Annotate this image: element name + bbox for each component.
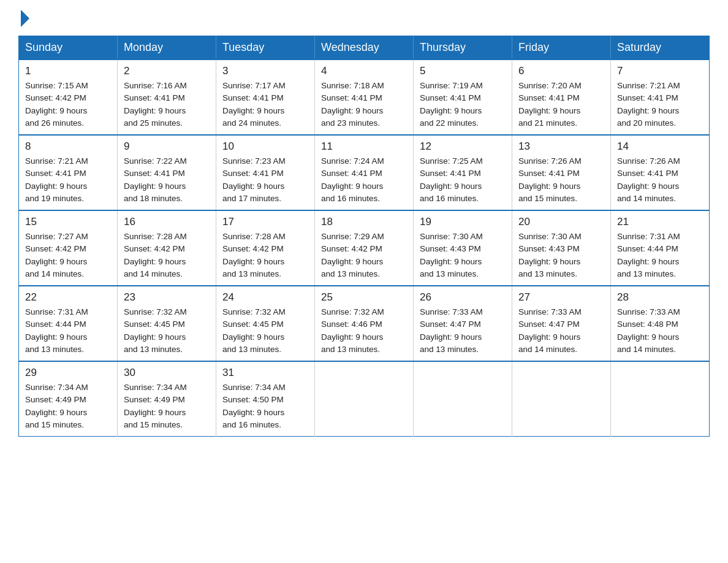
- calendar-week-row: 29 Sunrise: 7:34 AM Sunset: 4:49 PM Dayl…: [19, 361, 710, 437]
- calendar-day-cell: 15 Sunrise: 7:27 AM Sunset: 4:42 PM Dayl…: [19, 210, 118, 286]
- calendar-day-cell: 26 Sunrise: 7:33 AM Sunset: 4:47 PM Dayl…: [414, 286, 512, 361]
- calendar-day-cell: 16 Sunrise: 7:28 AM Sunset: 4:42 PM Dayl…: [118, 210, 216, 286]
- calendar-day-cell: 1 Sunrise: 7:15 AM Sunset: 4:42 PM Dayli…: [19, 59, 118, 135]
- day-number: 23: [124, 291, 210, 304]
- day-info: Sunrise: 7:26 AM Sunset: 4:41 PM Dayligh…: [617, 155, 703, 205]
- calendar-day-cell: 25 Sunrise: 7:32 AM Sunset: 4:46 PM Dayl…: [315, 286, 414, 361]
- day-info: Sunrise: 7:20 AM Sunset: 4:41 PM Dayligh…: [518, 80, 604, 129]
- day-number: 21: [617, 216, 703, 228]
- day-number: 9: [124, 140, 210, 153]
- day-number: 11: [321, 140, 407, 153]
- calendar-day-cell: 17 Sunrise: 7:28 AM Sunset: 4:42 PM Dayl…: [216, 210, 315, 286]
- calendar-day-cell: 13 Sunrise: 7:26 AM Sunset: 4:41 PM Dayl…: [512, 135, 611, 210]
- day-number: 4: [321, 65, 407, 77]
- day-number: 1: [25, 65, 111, 77]
- calendar-day-cell: 4 Sunrise: 7:18 AM Sunset: 4:41 PM Dayli…: [315, 59, 414, 135]
- calendar-day-cell: 31 Sunrise: 7:34 AM Sunset: 4:50 PM Dayl…: [216, 361, 315, 437]
- day-info: Sunrise: 7:15 AM Sunset: 4:42 PM Dayligh…: [25, 80, 111, 129]
- day-info: Sunrise: 7:30 AM Sunset: 4:43 PM Dayligh…: [420, 231, 506, 280]
- calendar-day-cell: 8 Sunrise: 7:21 AM Sunset: 4:41 PM Dayli…: [19, 135, 118, 210]
- calendar-day-cell: 11 Sunrise: 7:24 AM Sunset: 4:41 PM Dayl…: [315, 135, 414, 210]
- day-number: 29: [25, 367, 111, 379]
- day-info: Sunrise: 7:21 AM Sunset: 4:41 PM Dayligh…: [25, 155, 111, 205]
- calendar-header-row: SundayMondayTuesdayWednesdayThursdayFrid…: [19, 36, 710, 60]
- day-info: Sunrise: 7:34 AM Sunset: 4:50 PM Dayligh…: [222, 381, 308, 431]
- day-info: Sunrise: 7:34 AM Sunset: 4:49 PM Dayligh…: [25, 381, 111, 431]
- day-number: 3: [222, 65, 308, 77]
- day-info: Sunrise: 7:33 AM Sunset: 4:48 PM Dayligh…: [617, 306, 703, 356]
- calendar-table: SundayMondayTuesdayWednesdayThursdayFrid…: [18, 36, 710, 437]
- day-of-week-header: Friday: [512, 36, 611, 60]
- day-number: 7: [617, 65, 703, 77]
- day-number: 22: [25, 291, 111, 304]
- calendar-day-cell: 28 Sunrise: 7:33 AM Sunset: 4:48 PM Dayl…: [611, 286, 710, 361]
- calendar-day-cell: 20 Sunrise: 7:30 AM Sunset: 4:43 PM Dayl…: [512, 210, 611, 286]
- day-info: Sunrise: 7:21 AM Sunset: 4:41 PM Dayligh…: [617, 80, 703, 129]
- calendar-day-cell: 23 Sunrise: 7:32 AM Sunset: 4:45 PM Dayl…: [118, 286, 216, 361]
- calendar-day-cell: 30 Sunrise: 7:34 AM Sunset: 4:49 PM Dayl…: [118, 361, 216, 437]
- calendar-day-cell: 6 Sunrise: 7:20 AM Sunset: 4:41 PM Dayli…: [512, 59, 611, 135]
- day-of-week-header: Tuesday: [216, 36, 315, 60]
- calendar-day-cell: 9 Sunrise: 7:22 AM Sunset: 4:41 PM Dayli…: [118, 135, 216, 210]
- day-info: Sunrise: 7:29 AM Sunset: 4:42 PM Dayligh…: [321, 231, 407, 280]
- day-number: 13: [518, 140, 604, 153]
- day-of-week-header: Monday: [118, 36, 216, 60]
- day-number: 2: [124, 65, 210, 77]
- calendar-week-row: 22 Sunrise: 7:31 AM Sunset: 4:44 PM Dayl…: [19, 286, 710, 361]
- calendar-day-cell: [414, 361, 512, 437]
- calendar-day-cell: 7 Sunrise: 7:21 AM Sunset: 4:41 PM Dayli…: [611, 59, 710, 135]
- day-of-week-header: Thursday: [414, 36, 512, 60]
- calendar-week-row: 15 Sunrise: 7:27 AM Sunset: 4:42 PM Dayl…: [19, 210, 710, 286]
- day-number: 24: [222, 291, 308, 304]
- calendar-week-row: 1 Sunrise: 7:15 AM Sunset: 4:42 PM Dayli…: [19, 59, 710, 135]
- calendar-day-cell: 10 Sunrise: 7:23 AM Sunset: 4:41 PM Dayl…: [216, 135, 315, 210]
- day-info: Sunrise: 7:33 AM Sunset: 4:47 PM Dayligh…: [420, 306, 506, 356]
- calendar-day-cell: [512, 361, 611, 437]
- calendar-day-cell: 29 Sunrise: 7:34 AM Sunset: 4:49 PM Dayl…: [19, 361, 118, 437]
- calendar-day-cell: 12 Sunrise: 7:25 AM Sunset: 4:41 PM Dayl…: [414, 135, 512, 210]
- calendar-day-cell: [315, 361, 414, 437]
- day-number: 26: [420, 291, 506, 304]
- day-number: 16: [124, 216, 210, 228]
- day-of-week-header: Wednesday: [315, 36, 414, 60]
- day-info: Sunrise: 7:22 AM Sunset: 4:41 PM Dayligh…: [124, 155, 210, 205]
- day-number: 27: [518, 291, 604, 304]
- day-info: Sunrise: 7:32 AM Sunset: 4:45 PM Dayligh…: [124, 306, 210, 356]
- day-info: Sunrise: 7:25 AM Sunset: 4:41 PM Dayligh…: [420, 155, 506, 205]
- day-number: 6: [518, 65, 604, 77]
- day-number: 19: [420, 216, 506, 228]
- calendar-day-cell: 18 Sunrise: 7:29 AM Sunset: 4:42 PM Dayl…: [315, 210, 414, 286]
- day-info: Sunrise: 7:31 AM Sunset: 4:44 PM Dayligh…: [25, 306, 111, 356]
- day-of-week-header: Saturday: [611, 36, 710, 60]
- day-info: Sunrise: 7:18 AM Sunset: 4:41 PM Dayligh…: [321, 80, 407, 129]
- day-number: 14: [617, 140, 703, 153]
- day-info: Sunrise: 7:31 AM Sunset: 4:44 PM Dayligh…: [617, 231, 703, 280]
- calendar-day-cell: 22 Sunrise: 7:31 AM Sunset: 4:44 PM Dayl…: [19, 286, 118, 361]
- calendar-day-cell: 5 Sunrise: 7:19 AM Sunset: 4:41 PM Dayli…: [414, 59, 512, 135]
- day-number: 25: [321, 291, 407, 304]
- day-info: Sunrise: 7:28 AM Sunset: 4:42 PM Dayligh…: [222, 231, 308, 280]
- day-info: Sunrise: 7:28 AM Sunset: 4:42 PM Dayligh…: [124, 231, 210, 280]
- day-info: Sunrise: 7:19 AM Sunset: 4:41 PM Dayligh…: [420, 80, 506, 129]
- day-number: 10: [222, 140, 308, 153]
- page-header: [18, 12, 710, 25]
- day-info: Sunrise: 7:32 AM Sunset: 4:46 PM Dayligh…: [321, 306, 407, 356]
- day-number: 8: [25, 140, 111, 153]
- day-number: 30: [124, 367, 210, 379]
- calendar-week-row: 8 Sunrise: 7:21 AM Sunset: 4:41 PM Dayli…: [19, 135, 710, 210]
- day-of-week-header: Sunday: [19, 36, 118, 60]
- day-info: Sunrise: 7:16 AM Sunset: 4:41 PM Dayligh…: [124, 80, 210, 129]
- day-info: Sunrise: 7:34 AM Sunset: 4:49 PM Dayligh…: [124, 381, 210, 431]
- calendar-day-cell: 24 Sunrise: 7:32 AM Sunset: 4:45 PM Dayl…: [216, 286, 315, 361]
- day-number: 31: [222, 367, 308, 379]
- calendar-day-cell: 14 Sunrise: 7:26 AM Sunset: 4:41 PM Dayl…: [611, 135, 710, 210]
- day-number: 20: [518, 216, 604, 228]
- calendar-day-cell: 21 Sunrise: 7:31 AM Sunset: 4:44 PM Dayl…: [611, 210, 710, 286]
- day-number: 5: [420, 65, 506, 77]
- calendar-day-cell: 3 Sunrise: 7:17 AM Sunset: 4:41 PM Dayli…: [216, 59, 315, 135]
- day-info: Sunrise: 7:33 AM Sunset: 4:47 PM Dayligh…: [518, 306, 604, 356]
- logo: [18, 12, 29, 25]
- day-number: 15: [25, 216, 111, 228]
- day-info: Sunrise: 7:30 AM Sunset: 4:43 PM Dayligh…: [518, 231, 604, 280]
- day-number: 28: [617, 291, 703, 304]
